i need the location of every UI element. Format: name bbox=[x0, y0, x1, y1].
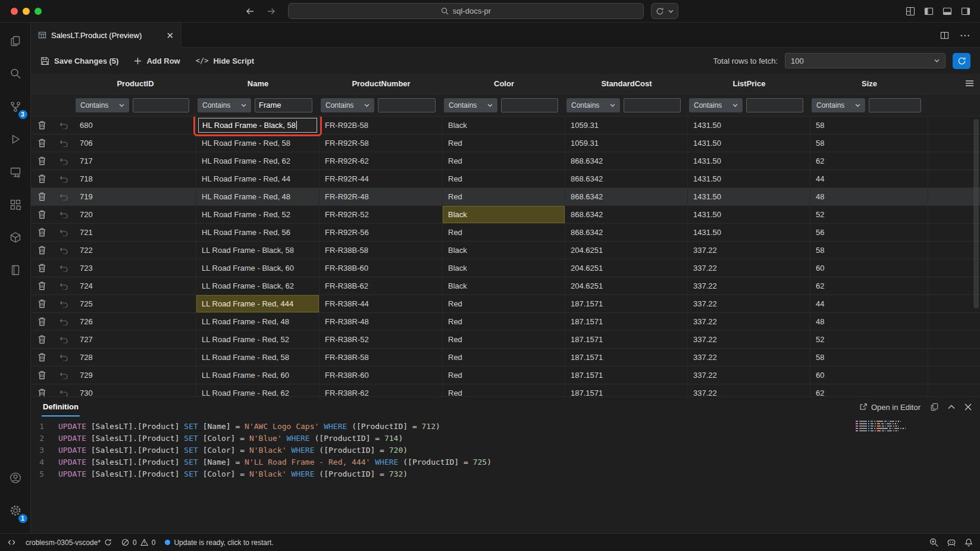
filter-operator-productid[interactable]: Contains bbox=[76, 98, 129, 112]
cell-color[interactable]: Black bbox=[443, 242, 565, 259]
cell-size[interactable]: 52 bbox=[810, 331, 928, 348]
tab-saleslt-product-preview[interactable]: SalesLT.Product (Preview) ✕ bbox=[31, 23, 181, 48]
zoom-icon[interactable] bbox=[929, 538, 938, 547]
filter-input-listprice[interactable] bbox=[746, 98, 803, 112]
delete-row-button[interactable] bbox=[31, 134, 53, 152]
cell-productid[interactable]: 728 bbox=[74, 349, 196, 366]
filter-operator-size[interactable]: Contains bbox=[812, 98, 865, 112]
cell-color[interactable]: Red bbox=[443, 384, 565, 396]
undo-row-button[interactable] bbox=[53, 277, 74, 295]
cell-name[interactable]: LL Road Frame - Black, 62 bbox=[196, 277, 320, 295]
undo-row-button[interactable] bbox=[53, 242, 74, 259]
command-center-search[interactable]: sql-docs-pr bbox=[288, 3, 644, 19]
cell-productid[interactable]: 722 bbox=[74, 242, 196, 259]
delete-row-button[interactable] bbox=[31, 188, 53, 205]
cell-standardcost[interactable]: 187.1571 bbox=[565, 295, 688, 312]
cell-listprice[interactable]: 337.22 bbox=[688, 259, 810, 277]
back-button[interactable] bbox=[245, 7, 255, 16]
sync-dropdown-button[interactable] bbox=[651, 3, 678, 19]
close-window-button[interactable] bbox=[11, 8, 18, 15]
sql-line[interactable]: 2UPDATE [SalesLT].[Product] SET [Color] … bbox=[31, 432, 980, 444]
table-row[interactable]: 728LL Road Frame - Red, 58FR-R38R-58Red1… bbox=[31, 349, 980, 367]
account-icon[interactable] bbox=[1, 464, 30, 491]
table-row[interactable]: 721HL Road Frame - Red, 56FR-R92R-56Red8… bbox=[31, 224, 980, 242]
cell-productnumber[interactable]: FR-R38R-60 bbox=[320, 367, 443, 384]
table-row[interactable]: 718HL Road Frame - Red, 44FR-R92R-44Red8… bbox=[31, 170, 980, 188]
cell-size[interactable]: 62 bbox=[810, 384, 928, 396]
undo-row-button[interactable] bbox=[53, 367, 74, 384]
cell-productnumber[interactable]: FR-R38R-52 bbox=[320, 331, 443, 348]
cell-standardcost[interactable]: 868.6342 bbox=[565, 152, 688, 170]
filter-operator-listprice[interactable]: Contains bbox=[689, 98, 743, 112]
cell-name[interactable]: HL Road Frame - Red, 56 bbox=[196, 224, 320, 241]
delete-row-button[interactable] bbox=[31, 331, 53, 348]
column-header-productid[interactable]: ProductID bbox=[74, 74, 196, 93]
toggle-panel-icon[interactable] bbox=[943, 7, 952, 16]
sidebar-item-notebooks[interactable] bbox=[1, 256, 30, 284]
undo-row-button[interactable] bbox=[53, 152, 74, 170]
cell-standardcost[interactable]: 187.1571 bbox=[565, 313, 688, 330]
settings-gear-icon[interactable]: 1 bbox=[1, 497, 30, 524]
update-ready-status[interactable]: Update is ready, click to restart. bbox=[165, 539, 273, 547]
sidebar-item-search[interactable] bbox=[1, 60, 30, 87]
column-header-name[interactable]: Name bbox=[196, 74, 320, 93]
open-in-editor-button[interactable]: Open in Editor bbox=[859, 403, 920, 412]
cell-color[interactable]: Red bbox=[443, 188, 565, 205]
table-row[interactable]: 719HL Road Frame - Red, 48FR-R92R-48Red8… bbox=[31, 188, 980, 206]
delete-row-button[interactable] bbox=[31, 259, 53, 277]
cell-standardcost[interactable]: 868.6342 bbox=[565, 170, 688, 187]
minimap[interactable] bbox=[856, 421, 942, 433]
cell-listprice[interactable]: 337.22 bbox=[688, 331, 810, 348]
undo-row-button[interactable] bbox=[53, 384, 74, 396]
cell-color[interactable]: Red bbox=[443, 224, 565, 241]
close-tab-icon[interactable]: ✕ bbox=[166, 31, 174, 40]
cell-listprice[interactable]: 1431.50 bbox=[688, 117, 810, 134]
cell-size[interactable]: 56 bbox=[810, 224, 928, 241]
filter-input-name[interactable] bbox=[255, 98, 312, 112]
delete-row-button[interactable] bbox=[31, 367, 53, 384]
cell-name[interactable]: HL Road Frame - Black, 58 bbox=[196, 117, 320, 134]
cell-listprice[interactable]: 337.22 bbox=[688, 242, 810, 259]
table-row[interactable]: 727LL Road Frame - Red, 52FR-R38R-52Red1… bbox=[31, 331, 980, 349]
customize-layout-icon[interactable] bbox=[906, 7, 915, 16]
sql-line[interactable]: 3UPDATE [SalesLT].[Product] SET [Color] … bbox=[31, 444, 980, 456]
cell-color[interactable]: Black bbox=[443, 259, 565, 277]
cell-listprice[interactable]: 337.22 bbox=[688, 277, 810, 295]
cell-productnumber[interactable]: FR-R92R-48 bbox=[320, 188, 443, 205]
cell-size[interactable]: 58 bbox=[810, 349, 928, 366]
column-header-color[interactable]: Color bbox=[443, 74, 565, 93]
problems-status[interactable]: 0 0 bbox=[121, 539, 155, 547]
cell-productid[interactable]: 730 bbox=[74, 384, 196, 396]
cell-listprice[interactable]: 337.22 bbox=[688, 313, 810, 330]
cell-productid[interactable]: 726 bbox=[74, 313, 196, 330]
hide-script-button[interactable]: </> Hide Script bbox=[196, 57, 254, 65]
cell-listprice[interactable]: 1431.50 bbox=[688, 206, 810, 223]
cell-name[interactable]: LL Road Frame - Red, 62 bbox=[196, 384, 320, 396]
remote-indicator[interactable] bbox=[7, 539, 16, 546]
sql-line[interactable]: 1UPDATE [SalesLT].[Product] SET [Name] =… bbox=[31, 420, 980, 432]
tab-definition[interactable]: Definition bbox=[42, 398, 80, 417]
cell-standardcost[interactable]: 204.6251 bbox=[565, 277, 688, 295]
cell-productnumber[interactable]: FR-R38R-44 bbox=[320, 295, 443, 312]
cell-size[interactable]: 44 bbox=[810, 170, 928, 187]
table-row[interactable]: 706HL Road Frame - Red, 58FR-R92R-58Red1… bbox=[31, 134, 980, 152]
table-row[interactable]: 720HL Road Frame - Red, 52FR-R92R-52Blac… bbox=[31, 206, 980, 224]
cell-name[interactable]: HL Road Frame - Red, 62 bbox=[196, 152, 320, 170]
cell-size[interactable]: 58 bbox=[810, 117, 928, 134]
filter-input-productid[interactable] bbox=[133, 98, 189, 112]
cell-productnumber[interactable]: FR-R38B-62 bbox=[320, 277, 443, 295]
table-row[interactable]: 726LL Road Frame - Red, 48FR-R38R-48Red1… bbox=[31, 313, 980, 331]
sidebar-item-source-control[interactable]: 3 bbox=[1, 93, 30, 120]
undo-row-button[interactable] bbox=[53, 206, 74, 223]
delete-row-button[interactable] bbox=[31, 206, 53, 223]
undo-row-button[interactable] bbox=[53, 259, 74, 277]
delete-row-button[interactable] bbox=[31, 117, 53, 134]
cell-name[interactable]: HL Road Frame - Red, 44 bbox=[196, 170, 320, 187]
filter-input-productnumber[interactable] bbox=[378, 98, 436, 112]
minimize-window-button[interactable] bbox=[23, 8, 30, 15]
chevron-up-icon[interactable] bbox=[948, 405, 955, 409]
cell-productid[interactable]: 706 bbox=[74, 134, 196, 152]
cell-productnumber[interactable]: FR-R38R-62 bbox=[320, 384, 443, 396]
delete-row-button[interactable] bbox=[31, 170, 53, 187]
column-header-productnumber[interactable]: ProductNumber bbox=[320, 74, 443, 93]
